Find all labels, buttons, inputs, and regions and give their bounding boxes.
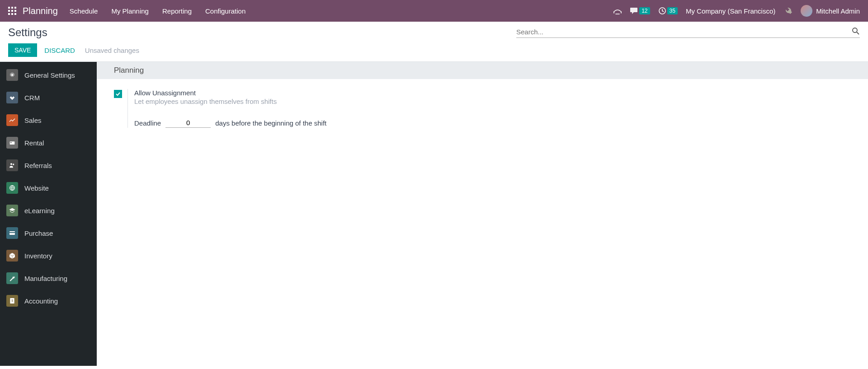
invoice-icon: $ [6,295,18,307]
activities-icon[interactable]: 35 [658,7,678,15]
sidebar-item-accounting[interactable]: $ Accounting [0,290,97,312]
sidebar-item-manufacturing[interactable]: Manufacturing [0,267,97,290]
sidebar-item-crm[interactable]: CRM [0,86,97,109]
discard-button[interactable]: DISCARD [42,44,77,57]
unsaved-status: Unsaved changes [85,47,139,54]
allow-unassignment-checkbox[interactable] [114,90,122,98]
menu-configuration[interactable]: Configuration [205,7,245,15]
svg-rect-15 [10,142,12,143]
sidebar-item-label: eLearning [24,207,55,215]
sidebar-item-label: Website [24,184,49,192]
box-icon [6,250,18,262]
svg-point-17 [13,163,14,165]
sidebar-item-label: Rental [24,139,44,147]
setting-description: Let employees unassign themselves from s… [134,98,326,105]
app-brand[interactable]: Planning [23,6,58,16]
svg-rect-8 [14,13,16,15]
setting-allow-unassignment: Allow Unassignment Let employees unassig… [114,89,851,128]
gear-icon [6,69,18,81]
sidebar-item-label: Referrals [24,162,52,169]
search-container [516,27,860,38]
menu-schedule[interactable]: Schedule [70,7,98,15]
avatar [801,5,812,17]
handshake-icon [6,92,18,103]
menu-reporting[interactable]: Reporting [162,7,192,15]
page-title: Settings [8,26,47,39]
deadline-suffix: days before the beginning of the shift [215,119,326,127]
messaging-icon[interactable]: 12 [630,7,650,14]
search-input[interactable] [516,28,852,36]
sidebar-item-purchase[interactable]: Purchase [0,222,97,244]
svg-rect-4 [11,10,13,12]
top-nav: Planning Schedule My Planning Reporting … [0,0,868,22]
sidebar-item-website[interactable]: Website [0,177,97,199]
deadline-label: Deadline [134,119,161,127]
svg-rect-3 [8,10,10,12]
settings-body: General Settings CRM Sales Rental Referr… [0,62,868,366]
sidebar-item-referrals[interactable]: Referrals [0,154,97,177]
people-icon [6,159,18,171]
svg-rect-7 [11,13,13,15]
sidebar-item-label: Accounting [24,297,58,305]
save-button[interactable]: SAVE [8,43,37,57]
deadline-row: Deadline days before the beginning of th… [134,118,326,128]
section-header: Planning [97,62,868,79]
sidebar-item-sales[interactable]: Sales [0,109,97,131]
voip-icon[interactable] [613,7,622,14]
sidebar-item-label: Purchase [24,229,53,237]
chart-icon [6,114,18,126]
svg-rect-1 [11,7,13,9]
deadline-input[interactable] [165,118,211,128]
settings-content: Planning Allow Unassignment Let employee… [97,62,868,366]
svg-point-11 [853,28,857,33]
user-menu[interactable]: Mitchell Admin [801,5,860,17]
activities-badge: 35 [667,7,678,14]
setting-label: Allow Unassignment [134,89,326,97]
globe-icon [6,182,18,194]
svg-rect-6 [8,13,10,15]
wrench-icon [6,272,18,284]
settings-sidebar: General Settings CRM Sales Rental Referr… [0,62,97,366]
messaging-badge: 12 [639,7,650,14]
sidebar-item-label: General Settings [24,71,75,79]
user-name: Mitchell Admin [816,7,860,15]
sidebar-item-elearning[interactable]: eLearning [0,199,97,222]
svg-rect-5 [14,10,16,12]
svg-text:$: $ [11,299,13,302]
sidebar-item-label: Sales [24,117,42,124]
company-switcher[interactable]: My Company (San Francisco) [686,7,775,15]
svg-rect-2 [14,7,16,9]
search-icon[interactable] [852,27,860,37]
key-icon [6,137,18,149]
sidebar-item-label: Inventory [24,252,52,260]
sidebar-item-general-settings[interactable]: General Settings [0,64,97,86]
svg-rect-20 [9,232,15,233]
svg-rect-14 [10,141,15,145]
sidebar-item-label: CRM [24,94,40,102]
menu-my-planning[interactable]: My Planning [111,7,149,15]
svg-point-16 [10,163,12,165]
svg-rect-0 [8,7,10,9]
svg-line-12 [857,32,859,34]
debug-icon[interactable] [783,6,793,15]
card-icon [6,227,18,239]
apps-icon[interactable] [8,7,16,15]
graduation-icon [6,205,18,216]
systray: 12 35 My Company (San Francisco) Mitchel… [613,5,860,17]
sidebar-item-rental[interactable]: Rental [0,131,97,154]
control-panel: Settings SAVE DISCARD Unsaved changes [0,22,868,62]
sidebar-item-label: Manufacturing [24,275,67,282]
sidebar-item-inventory[interactable]: Inventory [0,244,97,267]
